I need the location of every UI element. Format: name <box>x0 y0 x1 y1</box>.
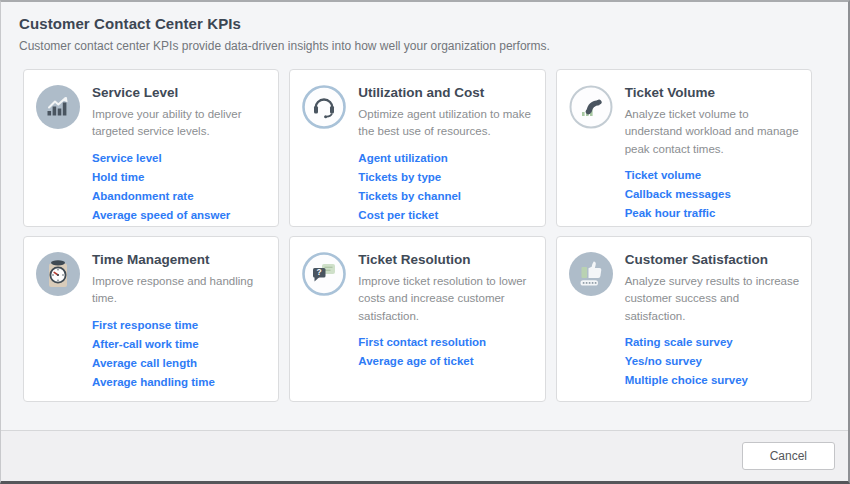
kpi-card-grid: Service Level Improve your ability to de… <box>23 69 812 402</box>
card-title: Time Management <box>92 252 268 267</box>
kpi-link-service-level[interactable]: Service level <box>92 152 162 164</box>
card-links: Service level Hold time Abandonment rate… <box>92 152 268 221</box>
cancel-button[interactable]: Cancel <box>742 442 835 470</box>
page-title: Customer Contact Center KPIs <box>19 15 828 32</box>
card-title: Utilization and Cost <box>358 85 534 100</box>
card-title: Customer Satisfaction <box>625 252 801 267</box>
kpi-link-abandonment-rate[interactable]: Abandonment rate <box>92 190 194 202</box>
chat-question-icon: ? <box>302 252 346 296</box>
customer-contact-center-kpis-dialog: Customer Contact Center KPIs Customer co… <box>0 0 850 484</box>
kpi-card-time-management: Time Management Improve response and han… <box>23 236 279 402</box>
card-title: Ticket Volume <box>625 85 801 100</box>
kpi-link-tickets-by-type[interactable]: Tickets by type <box>358 171 441 183</box>
kpi-link-average-age-of-ticket[interactable]: Average age of ticket <box>358 355 473 367</box>
kpi-link-cost-per-ticket[interactable]: Cost per ticket <box>358 209 438 221</box>
card-description: Optimize agent utilization to make the b… <box>358 106 534 141</box>
kpi-link-rating-scale-survey[interactable]: Rating scale survey <box>625 336 733 348</box>
kpi-link-peak-hour-traffic[interactable]: Peak hour traffic <box>625 207 716 219</box>
phone-volume-icon <box>569 85 613 129</box>
card-description: Improve ticket resolution to lower costs… <box>358 273 534 325</box>
kpi-card-customer-satisfaction: Customer Satisfaction Analyze survey res… <box>556 236 812 402</box>
card-links: First contact resolution Average age of … <box>358 336 534 367</box>
kpi-card-service-level: Service Level Improve your ability to de… <box>23 69 279 227</box>
kpi-card-utilization-and-cost: Utilization and Cost Optimize agent util… <box>289 69 545 227</box>
card-title: Ticket Resolution <box>358 252 534 267</box>
dialog-footer: Cancel <box>1 430 848 481</box>
card-links: First response time After-call work time… <box>92 319 268 388</box>
dialog-header: Customer Contact Center KPIs Customer co… <box>1 2 848 53</box>
kpi-card-ticket-volume: Ticket Volume Analyze ticket volume to u… <box>556 69 812 227</box>
bar-chart-growth-icon <box>36 85 80 129</box>
card-links: Ticket volume Callback messages Peak hou… <box>625 169 801 219</box>
kpi-link-average-handling-time[interactable]: Average handling time <box>92 376 215 388</box>
headset-icon <box>302 85 346 129</box>
kpi-link-yes-no-survey[interactable]: Yes/no survey <box>625 355 702 367</box>
kpi-link-first-response-time[interactable]: First response time <box>92 319 198 331</box>
kpi-card-ticket-resolution: ? Ticket Resolution Improve ticket resol… <box>289 236 545 402</box>
card-links: Agent utilization Tickets by type Ticket… <box>358 152 534 221</box>
card-links: Rating scale survey Yes/no survey Multip… <box>625 336 801 386</box>
kpi-link-multiple-choice-survey[interactable]: Multiple choice survey <box>625 374 748 386</box>
kpi-link-hold-time[interactable]: Hold time <box>92 171 144 183</box>
kpi-link-ticket-volume[interactable]: Ticket volume <box>625 169 702 181</box>
kpi-link-after-call-work-time[interactable]: After-call work time <box>92 338 199 350</box>
card-description: Analyze ticket volume to understand work… <box>625 106 801 158</box>
page-subtitle: Customer contact center KPIs provide dat… <box>19 39 828 53</box>
kpi-link-agent-utilization[interactable]: Agent utilization <box>358 152 447 164</box>
kpi-link-callback-messages[interactable]: Callback messages <box>625 188 731 200</box>
kpi-link-tickets-by-channel[interactable]: Tickets by channel <box>358 190 461 202</box>
kpi-link-average-call-length[interactable]: Average call length <box>92 357 197 369</box>
stopwatch-icon <box>36 252 80 296</box>
svg-text:?: ? <box>317 267 322 277</box>
card-description: Improve your ability to deliver targeted… <box>92 106 268 141</box>
card-title: Service Level <box>92 85 268 100</box>
card-description: Improve response and handling time. <box>92 273 268 308</box>
thumbs-up-icon <box>569 252 613 296</box>
card-description: Analyze survey results to increase custo… <box>625 273 801 325</box>
kpi-link-first-contact-resolution[interactable]: First contact resolution <box>358 336 486 348</box>
kpi-link-average-speed-of-answer[interactable]: Average speed of answer <box>92 209 230 221</box>
